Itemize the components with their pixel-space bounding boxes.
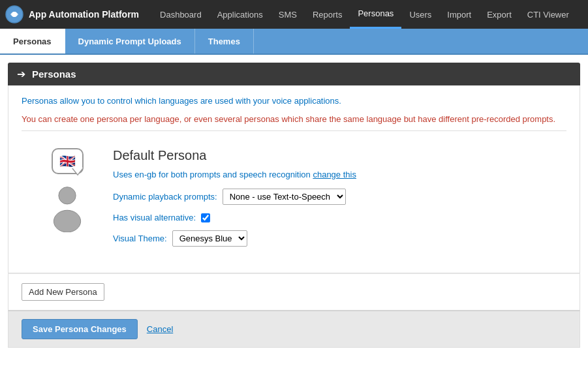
nav-import[interactable]: Import <box>439 0 479 29</box>
divider <box>22 130 566 131</box>
persona-name: Default Persona <box>113 148 553 163</box>
dynamic-prompts-row: Dynamic playback prompts: None - use Tex… <box>113 189 553 205</box>
add-persona-button[interactable]: Add New Persona <box>22 283 104 301</box>
tab-personas[interactable]: Personas <box>0 29 65 53</box>
uses-text-content: Uses en-gb for both prompts and speech r… <box>113 170 311 179</box>
tab-themes[interactable]: Themes <box>195 29 254 53</box>
info-area: Personas allow you to control which lang… <box>8 85 580 273</box>
has-visual-checkbox[interactable] <box>201 213 210 222</box>
brand-icon <box>5 5 23 23</box>
main-content: ➔ Personas Personas allow you to control… <box>0 63 588 348</box>
nav-sms[interactable]: SMS <box>271 0 305 29</box>
section-title: Personas <box>32 69 76 80</box>
tab-bar: Personas Dynamic Prompt Uploads Themes <box>0 29 588 55</box>
svg-point-3 <box>54 210 80 232</box>
persona-details: Default Persona Uses en-gb for both prom… <box>113 148 553 254</box>
tab-dynamic-prompt-uploads[interactable]: Dynamic Prompt Uploads <box>65 29 195 53</box>
cancel-link[interactable]: Cancel <box>147 324 173 334</box>
info-line1: Personas allow you to control which lang… <box>22 95 566 108</box>
arrow-right-icon: ➔ <box>17 68 25 80</box>
visual-theme-select[interactable]: Genesys Blue Default Custom <box>172 230 247 247</box>
has-visual-label: Has visual alternative: <box>113 213 196 222</box>
flag-uk-icon: 🇬🇧 <box>59 153 76 169</box>
svg-point-1 <box>12 12 17 17</box>
nav-applications[interactable]: Applications <box>209 0 271 29</box>
nav-export[interactable]: Export <box>479 0 519 29</box>
nav-users[interactable]: Users <box>401 0 439 29</box>
person-silhouette-icon <box>44 183 90 232</box>
dynamic-prompts-select[interactable]: None - use Text-to-Speech Custom Prompt … <box>223 189 346 205</box>
change-link[interactable]: change this <box>313 170 356 179</box>
brand-name: App Automation Platform <box>29 9 139 20</box>
dynamic-prompts-label: Dynamic playback prompts: <box>113 192 217 202</box>
has-visual-row: Has visual alternative: <box>113 213 553 222</box>
nav-links: Dashboard Applications SMS Reports Perso… <box>152 0 583 29</box>
persona-avatar: 🇬🇧 <box>35 148 100 232</box>
save-bar: Save Persona Changes Cancel <box>8 311 580 348</box>
persona-section: 🇬🇧 Default Persona Uses en-gb for both p… <box>22 142 566 267</box>
speech-bubble: 🇬🇧 <box>52 148 84 174</box>
section-header: ➔ Personas <box>8 63 580 85</box>
persona-uses-text: Uses en-gb for both prompts and speech r… <box>113 170 553 179</box>
top-nav: App Automation Platform Dashboard Applic… <box>0 0 588 29</box>
nav-reports[interactable]: Reports <box>305 0 350 29</box>
add-persona-area: Add New Persona <box>8 273 580 311</box>
info-line2: You can create one persona per language,… <box>22 113 566 126</box>
nav-personas[interactable]: Personas <box>350 0 401 29</box>
nav-cti-viewer[interactable]: CTI Viewer <box>519 0 577 29</box>
save-persona-button[interactable]: Save Persona Changes <box>22 319 138 339</box>
nav-dashboard[interactable]: Dashboard <box>152 0 209 29</box>
svg-point-2 <box>59 187 76 204</box>
visual-theme-row: Visual Theme: Genesys Blue Default Custo… <box>113 230 553 247</box>
visual-theme-label: Visual Theme: <box>113 234 167 243</box>
app-brand: App Automation Platform <box>5 5 139 23</box>
